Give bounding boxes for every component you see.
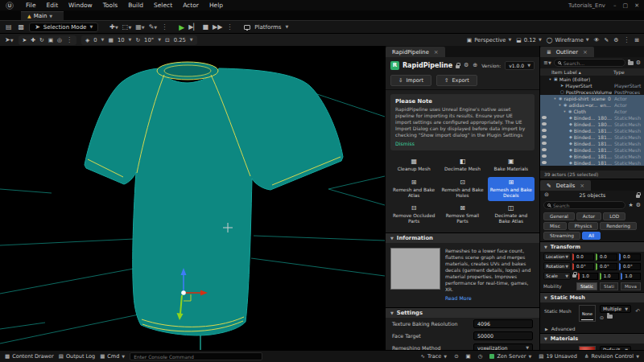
more-options-icon[interactable]: ⋮ — [161, 23, 167, 31]
details-search-input[interactable] — [553, 203, 621, 208]
scale-dropdown[interactable]: Scale▼ — [543, 272, 571, 280]
scale-snap-value[interactable]: 0.25 — [174, 37, 186, 43]
show-flags-icon[interactable]: 👁 — [594, 37, 600, 43]
chip-rendering[interactable]: Rendering — [600, 222, 637, 230]
scale-tool-icon[interactable]: ▣ — [48, 37, 53, 43]
outliner-row-binded[interactable]: ◆Binded..._181179StaticMesh — [540, 134, 644, 140]
bake-materials-button[interactable]: ▣Bake Materials — [488, 156, 535, 175]
rotation-dropdown[interactable]: Rotation▼ — [543, 262, 571, 270]
materials-section-header[interactable]: ▼Materials — [540, 333, 644, 343]
surface-snap-icon[interactable]: ◈ — [85, 37, 89, 43]
chip-all[interactable]: All — [582, 232, 601, 240]
add-actor-icon[interactable]: ✚▼ — [109, 23, 118, 31]
browse-icon[interactable] — [607, 315, 613, 319]
maximize-viewport-icon[interactable]: ⊞ — [634, 37, 639, 43]
static-mesh-dropdown[interactable]: Multiple▼ — [600, 305, 631, 313]
eye-icon[interactable] — [542, 142, 547, 145]
mobility-static[interactable]: Static — [576, 282, 597, 290]
chip-lod[interactable]: LOD — [603, 212, 625, 220]
eye-icon[interactable] — [542, 154, 547, 158]
menu-window[interactable]: Window — [68, 2, 93, 9]
decimate-bake-atlas-button[interactable]: ◫Decimate and Bake Atlas — [488, 203, 535, 227]
outliner-settings-icon[interactable]: ⚙ — [636, 60, 641, 66]
read-more-link[interactable]: Read More — [445, 295, 535, 302]
restore-button[interactable]: ▢ — [623, 2, 629, 9]
editor-modes-icon[interactable]: ✎ — [605, 37, 609, 43]
3d-viewport[interactable] — [0, 46, 385, 350]
outliner-row-cloth[interactable]: ▾◉ClothActor — [540, 108, 644, 114]
selection-mode-dropdown[interactable]: ➤ Selection Mode ▼ — [29, 23, 98, 32]
unsaved-button[interactable]: ▤19 Unsaved — [539, 353, 577, 360]
unreal-logo-icon[interactable]: U — [3, 1, 16, 10]
move-tool-icon[interactable]: ✚ — [31, 37, 35, 43]
skip-button[interactable]: ▶▶ — [213, 23, 222, 31]
favorites-icon[interactable]: ★ — [628, 203, 633, 208]
rotation-x-field[interactable]: 0.0° — [572, 263, 594, 270]
location-x-field[interactable]: 0.0 — [572, 253, 594, 261]
location-z-field[interactable]: 0.0 — [619, 253, 641, 261]
details-settings-icon[interactable]: ⚙ — [636, 203, 641, 208]
select-tool-icon[interactable]: ➤ — [23, 37, 27, 43]
grid-snap-icon[interactable]: ▦ — [108, 37, 113, 43]
settings-gear-icon[interactable]: ⚙ — [464, 63, 469, 68]
globe-icon[interactable]: ⊕ — [473, 63, 477, 68]
eye-icon[interactable] — [542, 135, 547, 138]
eye-icon[interactable] — [542, 116, 547, 119]
rotate-tool-icon[interactable]: ↻ — [39, 37, 44, 43]
landscape-icon[interactable]: ✎▼ — [149, 23, 158, 31]
eye-icon[interactable] — [542, 129, 547, 132]
trace-dropdown[interactable]: ∿Trace▼ — [421, 353, 448, 360]
insights-icon[interactable]: ⊙ — [454, 353, 458, 360]
tshirt-mesh[interactable] — [85, 62, 343, 335]
outliner-row-postprocessvolume[interactable]: ▢PostProcessVolumePostProces — [540, 88, 644, 95]
chip-misc[interactable]: Misc — [543, 222, 567, 230]
outliner-row-binded[interactable]: ◆Binded..._181665StaticMesh — [540, 153, 644, 159]
material-thumbnail[interactable] — [579, 346, 596, 350]
decimate-mesh-button[interactable]: ◧Decimate Mesh — [439, 156, 485, 175]
settings-section-header[interactable]: ▼ Settings — [386, 307, 539, 318]
outliner-search-input[interactable] — [564, 60, 621, 66]
outliner-row-node[interactable]: ▾◉adidas=or..._ene_NodeActor — [540, 101, 644, 108]
close-button[interactable]: ✕ — [634, 2, 639, 9]
menu-build[interactable]: Build — [128, 2, 143, 9]
face-target-input[interactable] — [473, 331, 533, 340]
use-selected-icon[interactable]: ⊙ — [600, 315, 604, 320]
world-local-icon[interactable]: ◎ — [57, 37, 62, 43]
play-button[interactable]: ▶ — [179, 23, 184, 31]
screenshot-icon[interactable]: ▣ — [466, 353, 471, 360]
outliner-row-binded[interactable]: ◆Binded..._181503StaticMesh — [540, 146, 644, 153]
outliner-row-scene[interactable]: ▾◉rapid-shirt_scene_0Actor — [540, 95, 644, 101]
scale-z-field[interactable]: 1.0 — [621, 273, 641, 280]
save-icon[interactable]: ▤ — [4, 24, 14, 31]
filter-icon[interactable]: ≡▼ — [543, 60, 551, 66]
outliner-row-binded[interactable]: ◆Binded..._180829StaticMesh — [540, 121, 644, 127]
dismiss-link[interactable]: Dismiss — [395, 141, 530, 146]
console-command-field[interactable] — [130, 352, 262, 360]
viewport-kebab-icon[interactable]: ⋮ — [623, 36, 630, 43]
output-log-button[interactable]: ▤Output Log — [59, 353, 95, 360]
tab-main-level[interactable]: ▲ Main ▼ — [21, 11, 64, 20]
menu-actor[interactable]: Actor — [183, 2, 199, 9]
lock-icon[interactable] — [456, 65, 460, 68]
zen-server-dropdown[interactable]: Zen Server▼ — [489, 353, 531, 360]
chip-physics[interactable]: Physics — [568, 222, 598, 230]
eye-icon[interactable] — [542, 148, 547, 151]
chip-streaming[interactable]: Streaming — [543, 232, 580, 240]
details-search[interactable] — [543, 201, 625, 209]
outliner-row-main[interactable]: ▾▣Main (Editor) — [540, 76, 644, 82]
rotation-snap-icon[interactable]: ↻ — [135, 37, 140, 43]
console-command-input[interactable] — [134, 354, 258, 360]
tool-more-icon[interactable]: ⋮ — [66, 36, 72, 43]
minimize-button[interactable]: – — [613, 2, 617, 9]
close-tab-icon[interactable]: × — [583, 49, 588, 56]
outliner-row-binded[interactable]: ◆Binded..._181845StaticMesh — [540, 159, 644, 166]
tab-details[interactable]: ✎ Details × — [540, 180, 591, 191]
remesh-bake-decals-button[interactable]: ⊞Remesh and Bake Decals — [488, 177, 535, 201]
import-button[interactable]: ⇩ Import — [390, 75, 431, 86]
cmd-dropdown[interactable]: ▦Cmd▼ — [100, 353, 125, 360]
mobility-movable[interactable]: Mova — [621, 282, 641, 290]
play-options-icon[interactable]: ⋮ — [226, 23, 233, 31]
viewport-options-icon[interactable]: ➤▼ — [5, 36, 14, 43]
lock-details-icon[interactable] — [636, 195, 640, 198]
scale-snap-icon[interactable]: ⊡ — [165, 37, 170, 43]
